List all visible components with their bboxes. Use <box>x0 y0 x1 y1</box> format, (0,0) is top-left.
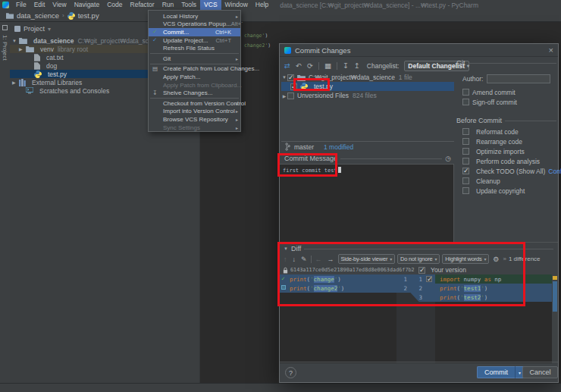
menubar-item-edit[interactable]: Edit <box>30 0 49 10</box>
unversioned-checkbox[interactable] <box>287 93 294 99</box>
next-difference-icon[interactable]: ↓ <box>291 256 298 263</box>
diff-header[interactable]: ▼ Diff <box>284 245 553 252</box>
file-checkbox[interactable] <box>290 83 297 90</box>
dialog-button-bar: ? Commit ▾ Cancel <box>280 362 558 382</box>
unversioned-files-row[interactable]: ▶ Unversioned Files 824 files <box>281 91 454 100</box>
toolbar-separator <box>311 256 312 263</box>
vcs-menu-item-sync-settings[interactable]: Sync Settings▸ <box>149 124 240 132</box>
menubar-item-window[interactable]: Window <box>221 0 252 10</box>
commit-button[interactable]: Commit <box>477 366 515 378</box>
tree-expanded-icon[interactable]: ▼ <box>281 75 287 80</box>
perform-code-analysis-checkbox[interactable] <box>462 158 469 165</box>
vcs-menu-item-import-into-version-control[interactable]: Import into Version Control▸ <box>149 108 240 116</box>
diff-left-pane[interactable]: ✓print('change')print('change2') <box>280 274 396 363</box>
tree-collapsed-icon[interactable]: ▶ <box>12 80 16 85</box>
vcs-menu-item-refresh-file-status[interactable]: Refresh File Status <box>149 44 240 52</box>
include-change-checkbox[interactable] <box>426 276 432 282</box>
modified-files-link[interactable]: 1 modified <box>324 143 353 151</box>
amend-commit-option[interactable]: Amend commit <box>456 87 556 97</box>
refresh-icon[interactable]: ⟳ <box>307 61 313 70</box>
diff-scrollbar[interactable] <box>552 274 558 363</box>
collapse-all-icon[interactable]: ↥ <box>354 61 360 70</box>
expand-all-icon[interactable]: ↧ <box>343 61 349 70</box>
menubar-item-run[interactable]: Run <box>158 0 178 10</box>
changed-file-name: test.py <box>314 83 333 90</box>
vcs-menu-item-git[interactable]: Git▸ <box>149 55 240 63</box>
vcs-menu-item-local-history[interactable]: Local History▸ <box>149 12 240 20</box>
viewer-mode-select[interactable]: Side-by-side viewer ▾ <box>338 254 395 264</box>
menubar-item-file[interactable]: File <box>12 0 30 10</box>
menubar-item-navigate[interactable]: Navigate <box>71 0 104 10</box>
branch-name[interactable]: master <box>294 143 314 151</box>
message-history-icon[interactable]: ◷ <box>445 155 451 162</box>
commit-message-header: Commit Message ◷ <box>284 155 451 162</box>
toolbar-overflow-icon[interactable]: » <box>503 256 506 262</box>
optimize-imports-checkbox[interactable] <box>462 148 469 155</box>
vcs-menu-item-update-project[interactable]: ✓Update Project...Ctrl+T <box>149 36 240 45</box>
breadcrumb-file[interactable]: test.py <box>78 11 99 20</box>
check-todo-show-all-checkbox[interactable] <box>462 168 469 174</box>
go-to-right-icon[interactable]: → <box>326 256 336 263</box>
show-diff-icon[interactable]: ⇄ <box>284 61 290 70</box>
vcs-menu-item-apply-patch-from-clipboard[interactable]: Apply Patch from Clipboard... <box>149 81 240 89</box>
menubar-item-tools[interactable]: Tools <box>177 0 200 10</box>
diff-settings-icon[interactable]: ⚙ <box>491 256 500 263</box>
configure-link[interactable]: Configure <box>548 168 561 175</box>
menubar-item-help[interactable]: Help <box>252 0 272 10</box>
move-to-changelist-icon[interactable]: ▦ <box>324 61 331 70</box>
vcs-menu-item-browse-vcs-repository[interactable]: Browse VCS Repository▸ <box>149 115 240 124</box>
before-commit-option-check-todo-show-all[interactable]: Check TODO (Show All)Configure <box>456 166 556 176</box>
help-button[interactable]: ? <box>285 367 296 378</box>
highlight-mode-select[interactable]: Highlight words ▾ <box>442 254 489 264</box>
close-icon[interactable]: × <box>549 46 553 55</box>
option-label: Rearrange code <box>476 138 522 146</box>
rearrange-code-checkbox[interactable] <box>462 138 469 145</box>
tree-collapsed-icon[interactable]: ▶ <box>19 46 23 52</box>
changelist-label: Changelist: <box>367 62 400 70</box>
before-commit-option-optimize-imports[interactable]: Optimize imports <box>456 146 556 156</box>
before-commit-option-update-copyright[interactable]: Update copyright <box>456 186 556 196</box>
commit-message-input[interactable]: first commit test <box>280 164 454 242</box>
author-input[interactable] <box>487 74 550 83</box>
breadcrumb-project[interactable]: data_science <box>17 11 59 20</box>
menubar-item-vcs[interactable]: VCS <box>200 0 221 10</box>
cancel-button[interactable]: Cancel <box>522 366 558 378</box>
cleanup-checkbox[interactable] <box>462 177 469 184</box>
changed-files-tree: ▼ C:₩git_project₩data_science 1 file tes… <box>281 73 454 140</box>
unversioned-label: Unversioned Files <box>297 92 349 99</box>
before-commit-option-perform-code-analysis[interactable]: Perform code analysis <box>456 156 556 166</box>
vcs-menu-item-checkout-from-version-control[interactable]: Checkout from Version Control▸ <box>149 99 240 108</box>
before-commit-option-rearrange-code[interactable]: Rearrange code <box>456 136 556 146</box>
diff-right-pane[interactable]: import numpy as npprint('test1')print('t… <box>435 274 552 363</box>
changelist-root-row[interactable]: ▼ C:₩git_project₩data_science 1 file <box>281 73 454 82</box>
root-checkbox[interactable] <box>287 74 294 81</box>
menu-separator <box>150 64 239 64</box>
python-file-icon <box>300 83 311 90</box>
rollback-icon[interactable]: ↶ <box>296 61 302 70</box>
tree-collapsed-icon[interactable]: ▶ <box>281 93 287 99</box>
project-tool-window-tab[interactable]: 1: Project <box>2 35 8 61</box>
signoff-commit-option[interactable]: Sign-off commit <box>456 97 556 107</box>
reformat-code-checkbox[interactable] <box>462 128 469 135</box>
menu-item-label: Import into Version Control <box>163 108 235 114</box>
edit-icon[interactable]: ✎ <box>299 256 309 263</box>
submenu-arrow-icon: ▸ <box>236 125 238 130</box>
vcs-menu-item-commit[interactable]: ✓Commit...Ctrl+K <box>149 28 240 36</box>
menubar-item-code[interactable]: Code <box>103 0 126 10</box>
menubar-item-refactor[interactable]: Refactor <box>127 0 158 10</box>
vcs-menu-item-shelve-changes[interactable]: ↧Shelve Changes... <box>149 89 240 97</box>
whitespace-ignore-select[interactable]: Do not ignore ▾ <box>397 254 440 264</box>
vcs-menu-item-vcs-operations-popup[interactable]: VCS Operations Popup...Alt+` <box>149 20 240 29</box>
menubar-item-view[interactable]: View <box>49 0 70 10</box>
before-commit-option-reformat-code[interactable]: Reformat code <box>456 127 556 136</box>
amend-checkbox[interactable] <box>462 89 469 96</box>
tree-expanded-icon[interactable]: ▼ <box>284 246 288 251</box>
vcs-menu-item-create-patch-from-local-changes[interactable]: ▤Create Patch from Local Changes... <box>149 65 240 74</box>
tree-expanded-icon[interactable]: ▼ <box>12 39 17 43</box>
before-commit-option-cleanup[interactable]: Cleanup <box>456 176 556 186</box>
vcs-menu-item-apply-patch[interactable]: Apply Patch... <box>149 73 240 81</box>
changed-file-row[interactable]: test.py <box>281 82 454 91</box>
your-version-checkbox[interactable] <box>418 267 425 274</box>
signoff-checkbox[interactable] <box>462 99 469 105</box>
update-copyright-checkbox[interactable] <box>462 187 469 194</box>
